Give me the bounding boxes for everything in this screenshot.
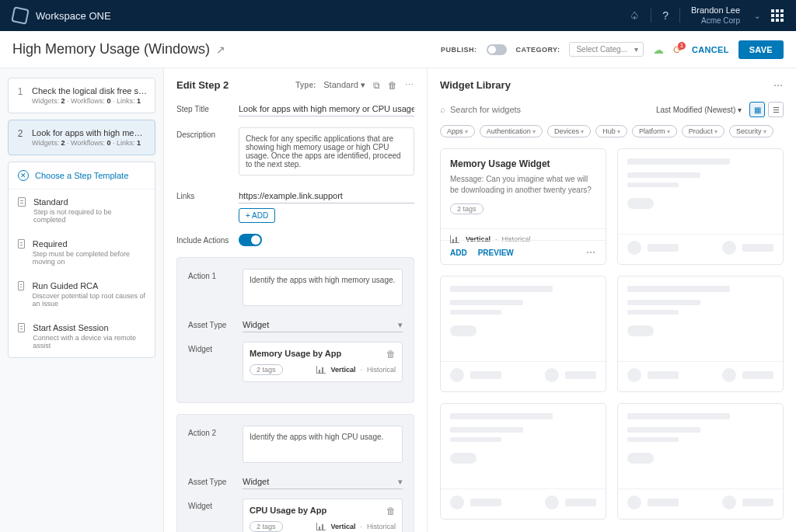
user-menu[interactable]: Brandon Lee Acme Corp (691, 5, 740, 25)
widget-card-skeleton[interactable] (617, 148, 784, 265)
widget-card-skeleton[interactable] (440, 276, 606, 392)
filter-authentication[interactable]: Authentication (480, 125, 543, 137)
widget-card-skeleton[interactable] (617, 276, 784, 392)
page-header: High Memory Usage (Windows) ↗ PUBLISH: C… (0, 31, 796, 68)
grid-view-button[interactable]: ▦ (749, 102, 765, 117)
filter-product[interactable]: Product (682, 125, 724, 137)
card-preview-button[interactable]: PREVIEW (478, 249, 514, 257)
steps-sidebar: 1 Check the logical disk free space Widg… (0, 68, 163, 532)
template-item-assist[interactable]: Start Assist Session Connect with a devi… (9, 315, 155, 357)
widget-card-featured[interactable]: Memory Usage Widget Message: Can you ima… (440, 148, 606, 265)
step-number: 1 (15, 86, 26, 105)
bar-chart-icon (316, 523, 326, 530)
widget-tags[interactable]: 2 tags (250, 521, 283, 532)
more-icon[interactable]: ⋯ (405, 80, 414, 90)
label-asset-type: Asset Type (188, 318, 235, 332)
template-desc: Step is not required to be completed (33, 208, 145, 224)
category-select[interactable]: Select Categ... (569, 42, 644, 57)
link-input[interactable] (239, 189, 414, 203)
card-add-button[interactable]: ADD (450, 249, 467, 257)
category-label: CATEGORY: (516, 46, 560, 54)
widget-tags[interactable]: 2 tags (250, 364, 283, 375)
action-text-input[interactable] (243, 269, 403, 306)
widget-selection: 🗑 CPU Usage by App 2 tags Vertical · His… (243, 499, 403, 532)
remove-widget-icon[interactable]: 🗑 (386, 349, 396, 360)
topbar: Workspace ONE ♤ ? Brandon Lee Acme Corp … (0, 0, 796, 31)
label-widget: Widget (188, 342, 235, 382)
filter-hub[interactable]: Hub (595, 125, 627, 137)
more-icon[interactable]: ⋯ (773, 80, 784, 91)
step-title-input[interactable] (239, 102, 414, 116)
search-input[interactable] (450, 105, 648, 114)
template-heading: Choose a Step Template (35, 171, 128, 180)
bar-chart-icon (316, 366, 326, 374)
sort-select[interactable]: Last Modified (Newest) ▾ (656, 106, 742, 114)
save-button[interactable]: SAVE (738, 40, 784, 59)
list-view-button[interactable]: ☰ (768, 102, 784, 117)
alert-badge: 1 (678, 42, 686, 50)
add-link-button[interactable]: ADD (239, 208, 275, 223)
asset-type-select[interactable]: Widget (243, 318, 403, 332)
delete-icon[interactable]: 🗑 (388, 80, 397, 91)
label-step-title: Step Title (176, 102, 231, 116)
publish-toggle[interactable] (487, 44, 507, 55)
step-card-1[interactable]: 1 Check the logical disk free space Widg… (8, 78, 155, 113)
help-icon[interactable]: ? (662, 9, 669, 22)
type-select[interactable]: Standard ▾ (323, 80, 365, 90)
action-block-2: Action 2 Asset Type Widget Widget 🗑 CPU … (176, 414, 414, 532)
open-external-icon[interactable]: ↗ (216, 43, 225, 56)
document-icon (18, 197, 26, 207)
filter-devices[interactable]: Devices (547, 125, 591, 137)
remove-widget-icon[interactable]: 🗑 (386, 506, 396, 516)
cancel-button[interactable]: CANCEL (692, 45, 729, 54)
card-tags[interactable]: 2 tags (450, 203, 484, 214)
filter-platform[interactable]: Platform (632, 125, 677, 137)
step-editor: Edit Step 2 Type: Standard ▾ ⧉ 🗑 ⋯ Step … (163, 68, 428, 532)
widget-card-skeleton[interactable] (617, 403, 784, 520)
document-icon (18, 239, 25, 249)
description-textarea[interactable] (239, 127, 414, 176)
include-actions-toggle[interactable] (239, 234, 262, 246)
widget-name: Memory Usage by App (250, 349, 396, 358)
template-desc: Connect with a device via remote assist (33, 334, 145, 349)
editor-title: Edit Step 2 (176, 79, 229, 91)
search-icon: ⌕ (440, 104, 445, 115)
logo-icon (11, 6, 30, 25)
publish-label: PUBLISH: (441, 46, 477, 54)
label-asset-type: Asset Type (188, 475, 235, 489)
template-header: ✕ Choose a Step Template (9, 162, 155, 190)
close-icon[interactable]: ✕ (18, 170, 29, 181)
widget-viz-type: Vertical · Historical (316, 366, 396, 374)
filter-apps[interactable]: Apps (440, 125, 475, 137)
alert-icon[interactable]: ⟳1 (673, 43, 683, 56)
label-description: Description (176, 127, 231, 178)
more-icon[interactable]: ⋯ (586, 247, 596, 258)
label-links: Links (176, 189, 231, 223)
template-item-required[interactable]: Required Step must be completed before m… (9, 231, 155, 273)
filter-security[interactable]: Security (729, 125, 773, 137)
type-label: Type: (295, 81, 316, 89)
chevron-down-icon[interactable]: ⌄ (754, 12, 760, 20)
action-text-input[interactable] (243, 426, 403, 463)
template-item-rca[interactable]: Run Guided RCA Discover potential top ro… (9, 273, 155, 315)
step-number: 2 (15, 128, 26, 147)
widget-library: Widget Library ⋯ ⌕ Last Modified (Newest… (428, 68, 796, 532)
label-action: Action 1 (188, 269, 235, 308)
step-meta: Widgets: 2 · Workflows: 0 · Links: 1 (32, 139, 147, 147)
template-name: Start Assist Session (33, 323, 145, 332)
cloud-sync-icon[interactable]: ☁ (653, 43, 664, 56)
card-message: Message: Can you imagine what we will be… (450, 174, 596, 196)
asset-type-select[interactable]: Widget (243, 475, 403, 489)
template-item-standard[interactable]: Standard Step is not required to be comp… (9, 190, 155, 231)
step-card-2[interactable]: 2 Look for apps with high memory... Widg… (8, 120, 155, 155)
template-desc: Discover potential top root causes of an… (32, 292, 145, 308)
copy-icon[interactable]: ⧉ (373, 80, 380, 91)
divider (651, 9, 651, 23)
card-title: Memory Usage Widget (450, 158, 596, 169)
user-org: Acme Corp (691, 16, 740, 26)
widget-card-skeleton[interactable] (440, 403, 606, 520)
app-launcher-icon[interactable] (771, 9, 784, 22)
divider (679, 9, 680, 23)
bar-chart-icon (450, 235, 459, 243)
bell-icon[interactable]: ♤ (630, 9, 640, 22)
